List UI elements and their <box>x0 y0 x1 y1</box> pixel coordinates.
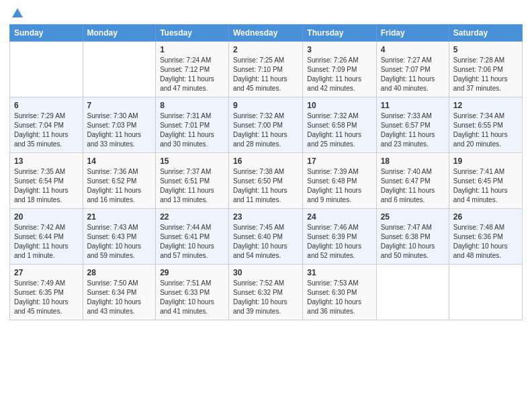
calendar-cell: 20Sunrise: 7:42 AM Sunset: 6:44 PM Dayli… <box>10 209 83 265</box>
day-number: 7 <box>87 101 152 110</box>
day-detail: Sunrise: 7:28 AM Sunset: 7:06 PM Dayligh… <box>453 56 518 93</box>
calendar-cell: 12Sunrise: 7:34 AM Sunset: 6:55 PM Dayli… <box>449 97 522 153</box>
day-detail: Sunrise: 7:33 AM Sunset: 6:57 PM Dayligh… <box>381 111 445 149</box>
weekday-header-saturday: Saturday <box>449 25 522 42</box>
calendar-cell: 1Sunrise: 7:24 AM Sunset: 7:12 PM Daylig… <box>156 42 229 97</box>
week-row-3: 20Sunrise: 7:42 AM Sunset: 6:44 PM Dayli… <box>10 209 523 265</box>
day-number: 10 <box>307 101 371 110</box>
day-number: 6 <box>14 101 79 110</box>
week-row-0: 1Sunrise: 7:24 AM Sunset: 7:12 PM Daylig… <box>10 42 523 97</box>
header <box>9 7 523 19</box>
day-number: 2 <box>233 45 298 54</box>
day-detail: Sunrise: 7:42 AM Sunset: 6:44 PM Dayligh… <box>14 223 79 261</box>
day-number: 17 <box>307 156 371 166</box>
calendar-cell: 18Sunrise: 7:40 AM Sunset: 6:47 PM Dayli… <box>376 153 449 209</box>
calendar-table: SundayMondayTuesdayWednesdayThursdayFrid… <box>9 24 523 320</box>
calendar-cell: 14Sunrise: 7:36 AM Sunset: 6:52 PM Dayli… <box>83 153 156 209</box>
calendar-cell: 5Sunrise: 7:28 AM Sunset: 7:06 PM Daylig… <box>449 42 522 97</box>
calendar-cell: 2Sunrise: 7:25 AM Sunset: 7:10 PM Daylig… <box>229 42 303 97</box>
calendar-cell: 23Sunrise: 7:45 AM Sunset: 6:40 PM Dayli… <box>229 209 303 265</box>
day-detail: Sunrise: 7:26 AM Sunset: 7:09 PM Dayligh… <box>307 56 371 93</box>
logo <box>9 7 24 19</box>
day-detail: Sunrise: 7:30 AM Sunset: 7:03 PM Dayligh… <box>87 111 152 149</box>
day-detail: Sunrise: 7:38 AM Sunset: 6:50 PM Dayligh… <box>233 167 298 205</box>
calendar-cell: 7Sunrise: 7:30 AM Sunset: 7:03 PM Daylig… <box>83 97 156 153</box>
calendar-cell: 21Sunrise: 7:43 AM Sunset: 6:43 PM Dayli… <box>83 209 156 265</box>
calendar-cell: 10Sunrise: 7:32 AM Sunset: 6:58 PM Dayli… <box>303 97 376 153</box>
calendar-cell: 15Sunrise: 7:37 AM Sunset: 6:51 PM Dayli… <box>156 153 229 209</box>
week-row-1: 6Sunrise: 7:29 AM Sunset: 7:04 PM Daylig… <box>10 97 523 153</box>
day-number: 31 <box>307 268 371 277</box>
day-number: 5 <box>453 45 518 54</box>
weekday-header-sunday: Sunday <box>10 25 83 42</box>
day-number: 26 <box>453 212 518 222</box>
weekday-header-tuesday: Tuesday <box>156 25 229 42</box>
day-number: 23 <box>233 212 298 222</box>
calendar-cell <box>376 265 449 320</box>
day-number: 4 <box>381 45 445 54</box>
weekday-header-row: SundayMondayTuesdayWednesdayThursdayFrid… <box>10 25 523 42</box>
day-number: 14 <box>87 156 152 166</box>
calendar-cell <box>10 42 83 97</box>
day-number: 16 <box>233 156 298 166</box>
day-number: 25 <box>381 212 445 222</box>
day-detail: Sunrise: 7:34 AM Sunset: 6:55 PM Dayligh… <box>453 111 518 149</box>
calendar-cell <box>83 42 156 97</box>
day-number: 21 <box>87 212 152 222</box>
day-detail: Sunrise: 7:35 AM Sunset: 6:54 PM Dayligh… <box>14 167 79 205</box>
calendar-cell: 17Sunrise: 7:39 AM Sunset: 6:48 PM Dayli… <box>303 153 376 209</box>
calendar-cell: 9Sunrise: 7:32 AM Sunset: 7:00 PM Daylig… <box>229 97 303 153</box>
day-detail: Sunrise: 7:41 AM Sunset: 6:45 PM Dayligh… <box>453 167 518 205</box>
day-number: 28 <box>87 268 152 277</box>
day-number: 8 <box>160 101 224 110</box>
calendar-cell: 26Sunrise: 7:48 AM Sunset: 6:36 PM Dayli… <box>449 209 522 265</box>
day-detail: Sunrise: 7:31 AM Sunset: 7:01 PM Dayligh… <box>160 111 224 149</box>
calendar-cell: 28Sunrise: 7:50 AM Sunset: 6:34 PM Dayli… <box>83 265 156 320</box>
weekday-header-thursday: Thursday <box>303 25 376 42</box>
day-detail: Sunrise: 7:32 AM Sunset: 6:58 PM Dayligh… <box>307 111 371 149</box>
day-number: 30 <box>233 268 298 277</box>
page-container: SundayMondayTuesdayWednesdayThursdayFrid… <box>0 0 532 327</box>
day-detail: Sunrise: 7:39 AM Sunset: 6:48 PM Dayligh… <box>307 167 371 205</box>
calendar-cell: 30Sunrise: 7:52 AM Sunset: 6:32 PM Dayli… <box>229 265 303 320</box>
calendar-cell: 22Sunrise: 7:44 AM Sunset: 6:41 PM Dayli… <box>156 209 229 265</box>
day-number: 27 <box>14 268 79 277</box>
day-number: 3 <box>307 45 371 54</box>
day-detail: Sunrise: 7:29 AM Sunset: 7:04 PM Dayligh… <box>14 111 79 149</box>
svg-marker-0 <box>12 8 23 17</box>
day-detail: Sunrise: 7:45 AM Sunset: 6:40 PM Dayligh… <box>233 223 298 261</box>
day-number: 29 <box>160 268 224 277</box>
day-number: 20 <box>14 212 79 222</box>
calendar-cell: 31Sunrise: 7:53 AM Sunset: 6:30 PM Dayli… <box>303 265 376 320</box>
calendar-cell: 16Sunrise: 7:38 AM Sunset: 6:50 PM Dayli… <box>229 153 303 209</box>
weekday-header-friday: Friday <box>376 25 449 42</box>
day-detail: Sunrise: 7:37 AM Sunset: 6:51 PM Dayligh… <box>160 167 224 205</box>
day-detail: Sunrise: 7:36 AM Sunset: 6:52 PM Dayligh… <box>87 167 152 205</box>
calendar-cell: 19Sunrise: 7:41 AM Sunset: 6:45 PM Dayli… <box>449 153 522 209</box>
logo-icon <box>11 7 24 20</box>
calendar-cell: 4Sunrise: 7:27 AM Sunset: 7:07 PM Daylig… <box>376 42 449 97</box>
calendar-cell: 3Sunrise: 7:26 AM Sunset: 7:09 PM Daylig… <box>303 42 376 97</box>
day-number: 1 <box>160 45 224 54</box>
calendar-cell <box>449 265 522 320</box>
day-detail: Sunrise: 7:27 AM Sunset: 7:07 PM Dayligh… <box>381 56 445 93</box>
week-row-2: 13Sunrise: 7:35 AM Sunset: 6:54 PM Dayli… <box>10 153 523 209</box>
day-detail: Sunrise: 7:50 AM Sunset: 6:34 PM Dayligh… <box>87 279 152 316</box>
day-number: 9 <box>233 101 298 110</box>
day-number: 19 <box>453 156 518 166</box>
day-detail: Sunrise: 7:32 AM Sunset: 7:00 PM Dayligh… <box>233 111 298 149</box>
day-detail: Sunrise: 7:48 AM Sunset: 6:36 PM Dayligh… <box>453 223 518 261</box>
day-detail: Sunrise: 7:46 AM Sunset: 6:39 PM Dayligh… <box>307 223 371 261</box>
day-detail: Sunrise: 7:44 AM Sunset: 6:41 PM Dayligh… <box>160 223 224 261</box>
day-number: 11 <box>381 101 445 110</box>
calendar-cell: 29Sunrise: 7:51 AM Sunset: 6:33 PM Dayli… <box>156 265 229 320</box>
day-detail: Sunrise: 7:40 AM Sunset: 6:47 PM Dayligh… <box>381 167 445 205</box>
weekday-header-wednesday: Wednesday <box>229 25 303 42</box>
day-detail: Sunrise: 7:53 AM Sunset: 6:30 PM Dayligh… <box>307 279 371 316</box>
calendar-cell: 6Sunrise: 7:29 AM Sunset: 7:04 PM Daylig… <box>10 97 83 153</box>
calendar-cell: 8Sunrise: 7:31 AM Sunset: 7:01 PM Daylig… <box>156 97 229 153</box>
weekday-header-monday: Monday <box>83 25 156 42</box>
day-number: 22 <box>160 212 224 222</box>
calendar-cell: 27Sunrise: 7:49 AM Sunset: 6:35 PM Dayli… <box>10 265 83 320</box>
day-detail: Sunrise: 7:25 AM Sunset: 7:10 PM Dayligh… <box>233 56 298 93</box>
